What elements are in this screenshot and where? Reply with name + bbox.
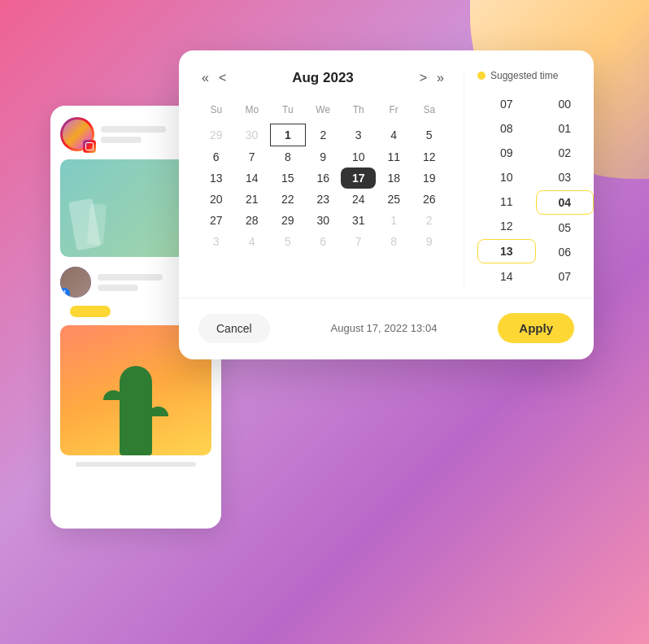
calendar-day: 7 bbox=[341, 231, 376, 252]
day-of-week-header: Su bbox=[198, 101, 233, 124]
avatar: f bbox=[60, 267, 91, 298]
calendar-day[interactable]: 4 bbox=[376, 124, 411, 146]
prev-month-button[interactable]: < bbox=[216, 70, 229, 86]
suggested-time-dot bbox=[477, 72, 486, 80]
profile-name-line bbox=[101, 126, 166, 133]
calendar-grid: SuMoTuWeThFrSa 2930123456789101112131415… bbox=[198, 101, 447, 252]
profile-sub-line bbox=[101, 137, 142, 143]
calendar-day: 5 bbox=[270, 231, 305, 252]
calendar-day[interactable]: 8 bbox=[270, 146, 305, 168]
day-of-week-header: Th bbox=[341, 101, 376, 124]
calendar-day[interactable]: 17 bbox=[341, 168, 376, 189]
day-of-week-header: Tu bbox=[270, 101, 305, 124]
suggested-time-text: Suggested time bbox=[490, 70, 558, 81]
calendar-day[interactable]: 11 bbox=[376, 146, 411, 168]
calendar-day: 29 bbox=[198, 124, 233, 146]
calendar-day: 4 bbox=[233, 231, 270, 252]
calendar-day[interactable]: 26 bbox=[412, 189, 447, 210]
calendar-day[interactable]: 28 bbox=[233, 210, 270, 231]
minutes-column: 0001020304050607 bbox=[536, 93, 595, 288]
calendar-day[interactable]: 24 bbox=[341, 189, 376, 210]
bottom-divider-line bbox=[76, 462, 197, 467]
minute-item[interactable]: 07 bbox=[536, 265, 595, 288]
calendar-day[interactable]: 2 bbox=[306, 124, 341, 146]
calendar-day[interactable]: 27 bbox=[198, 210, 233, 231]
calendar-modal: « < Aug 2023 > » SuMoTuWeThFrSa 29301234… bbox=[179, 50, 594, 359]
profile-name-line bbox=[98, 274, 163, 281]
suggested-time-label: Suggested time bbox=[477, 70, 594, 81]
calendar-day[interactable]: 20 bbox=[198, 189, 233, 210]
calendar-day[interactable]: 18 bbox=[376, 168, 411, 189]
minute-item[interactable]: 05 bbox=[536, 216, 595, 239]
calendar-day[interactable]: 6 bbox=[198, 146, 233, 168]
month-year-label: Aug 2023 bbox=[292, 70, 354, 86]
minute-item[interactable]: 06 bbox=[536, 241, 595, 263]
next-month-button[interactable]: > bbox=[416, 70, 430, 86]
next-year-button[interactable]: » bbox=[433, 70, 447, 86]
prev-nav-arrows: « < bbox=[198, 70, 229, 86]
calendar-day[interactable]: 30 bbox=[306, 210, 341, 231]
minute-item[interactable]: 01 bbox=[536, 117, 595, 140]
calendar-day[interactable]: 29 bbox=[270, 210, 305, 231]
calendar-day: 8 bbox=[376, 231, 411, 252]
hour-item[interactable]: 11 bbox=[477, 190, 536, 213]
profile-sub-line bbox=[98, 285, 138, 291]
calendar-day[interactable]: 5 bbox=[412, 124, 447, 146]
time-picker-section: Suggested time 0708091011121314 00010203… bbox=[464, 70, 594, 288]
calendar-day[interactable]: 9 bbox=[306, 146, 341, 168]
minute-item[interactable]: 02 bbox=[536, 141, 595, 164]
hour-item[interactable]: 14 bbox=[477, 265, 536, 288]
calendar-day[interactable]: 15 bbox=[270, 168, 305, 189]
calendar-day[interactable]: 3 bbox=[341, 124, 376, 146]
next-nav-arrows: > » bbox=[416, 70, 447, 86]
calendar-day[interactable]: 23 bbox=[306, 189, 341, 210]
hour-item[interactable]: 07 bbox=[477, 93, 536, 115]
hour-item[interactable]: 13 bbox=[477, 239, 536, 263]
calendar-day[interactable]: 10 bbox=[341, 146, 376, 168]
calendar-day[interactable]: 14 bbox=[233, 168, 270, 189]
hours-column: 0708091011121314 bbox=[477, 93, 536, 288]
calendar-day[interactable]: 19 bbox=[412, 168, 447, 189]
cactus-illustration bbox=[120, 366, 152, 455]
hour-item[interactable]: 08 bbox=[477, 117, 536, 140]
time-columns: 0708091011121314 0001020304050607 bbox=[477, 93, 594, 288]
calendar-day[interactable]: 12 bbox=[412, 146, 447, 168]
day-of-week-header: Mo bbox=[233, 101, 270, 124]
calendar-day[interactable]: 7 bbox=[233, 146, 270, 168]
selected-date-display: August 17, 2022 13:04 bbox=[331, 322, 438, 334]
calendar-day[interactable]: 13 bbox=[198, 168, 233, 189]
day-of-week-header: Sa bbox=[412, 101, 447, 124]
calendar-section: « < Aug 2023 > » SuMoTuWeThFrSa 29301234… bbox=[179, 70, 464, 288]
calendar-day: 1 bbox=[376, 210, 411, 231]
calendar-day: 2 bbox=[412, 210, 447, 231]
calendar-day[interactable]: 1 bbox=[270, 124, 305, 146]
calendar-day[interactable]: 25 bbox=[376, 189, 411, 210]
hour-item[interactable]: 12 bbox=[477, 215, 536, 237]
calendar-day[interactable]: 16 bbox=[306, 168, 341, 189]
minute-item[interactable]: 03 bbox=[536, 166, 595, 189]
hour-item[interactable]: 10 bbox=[477, 166, 536, 189]
calendar-day: 30 bbox=[233, 124, 270, 146]
calendar-day[interactable]: 31 bbox=[341, 210, 376, 231]
minute-item[interactable]: 04 bbox=[536, 190, 595, 215]
calendar-day: 3 bbox=[198, 231, 233, 252]
calendar-day[interactable]: 21 bbox=[233, 189, 270, 210]
calendar-day: 6 bbox=[306, 231, 341, 252]
prev-year-button[interactable]: « bbox=[198, 70, 212, 86]
yellow-action-bar bbox=[70, 306, 111, 317]
hour-item[interactable]: 09 bbox=[477, 141, 536, 164]
facebook-icon: f bbox=[60, 288, 70, 298]
day-of-week-header: We bbox=[306, 101, 341, 124]
calendar-day: 9 bbox=[412, 231, 447, 252]
calendar-header: « < Aug 2023 > » bbox=[198, 70, 447, 86]
apply-button[interactable]: Apply bbox=[498, 313, 574, 343]
day-of-week-header: Fr bbox=[376, 101, 411, 124]
modal-footer: Cancel August 17, 2022 13:04 Apply bbox=[179, 298, 594, 359]
calendar-day[interactable]: 22 bbox=[270, 189, 305, 210]
cancel-button[interactable]: Cancel bbox=[198, 314, 270, 343]
avatar bbox=[60, 117, 94, 151]
instagram-icon bbox=[83, 140, 96, 153]
minute-item[interactable]: 00 bbox=[536, 93, 595, 115]
